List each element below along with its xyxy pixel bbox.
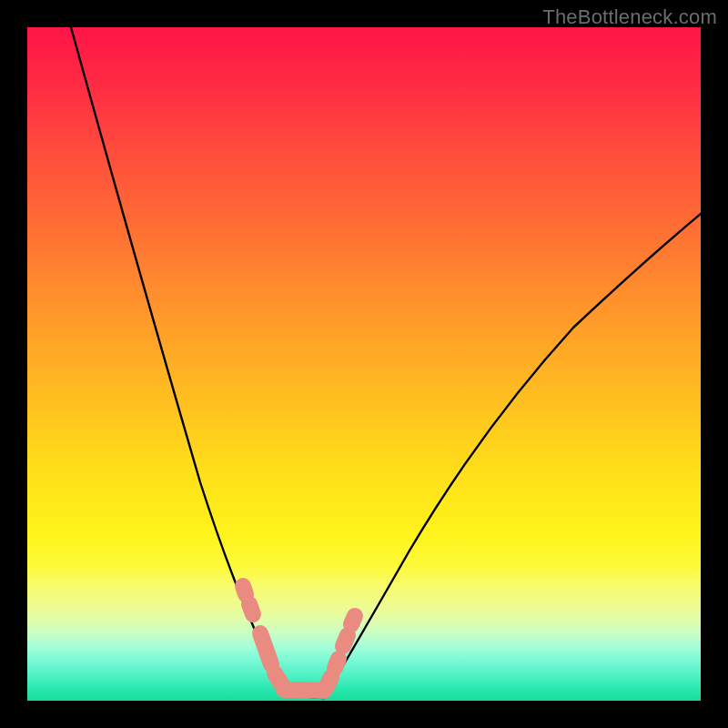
watermark-text: TheBottleneck.com <box>542 5 717 29</box>
curves-layer <box>27 27 701 701</box>
svg-line-7 <box>343 635 348 646</box>
good-zone-markers <box>243 586 355 691</box>
svg-line-1 <box>249 604 253 614</box>
svg-line-6 <box>335 659 339 668</box>
svg-line-8 <box>351 616 355 624</box>
plot-area <box>27 27 701 701</box>
svg-line-2 <box>260 633 271 664</box>
chart-frame: TheBottleneck.com <box>0 0 728 728</box>
svg-line-5 <box>326 677 331 688</box>
svg-line-0 <box>243 586 246 594</box>
right-curve <box>324 214 701 698</box>
